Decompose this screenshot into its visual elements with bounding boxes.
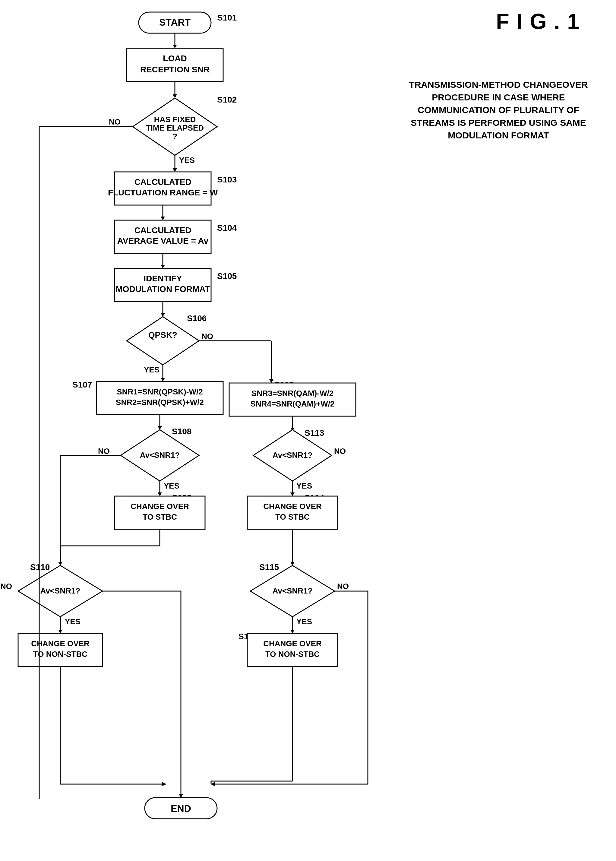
svg-marker-24 [161, 217, 165, 220]
svg-text:CHANGE OVER: CHANGE OVER [263, 639, 322, 648]
svg-text:Av<SNR1?: Av<SNR1? [41, 586, 80, 595]
svg-text:TO STBC: TO STBC [275, 512, 310, 522]
svg-text:YES: YES [296, 617, 312, 626]
svg-text:SNR3=SNR(QAM)-W/2: SNR3=SNR(QAM)-W/2 [251, 389, 333, 398]
svg-text:CALCULATED: CALCULATED [134, 226, 191, 235]
svg-marker-111 [290, 630, 295, 633]
svg-marker-56 [158, 426, 162, 430]
svg-text:S115: S115 [259, 562, 279, 572]
svg-text:S107: S107 [72, 380, 92, 389]
svg-text:NO: NO [98, 447, 110, 456]
svg-text:CHANGE OVER: CHANGE OVER [130, 502, 189, 511]
svg-text:S113: S113 [305, 428, 324, 438]
svg-text:HAS FIXED: HAS FIXED [154, 115, 196, 124]
svg-text:FLUCTUATION RANGE = W: FLUCTUATION RANGE = W [108, 188, 218, 197]
svg-text:TO STBC: TO STBC [143, 512, 177, 522]
svg-marker-70 [158, 492, 162, 496]
svg-text:END: END [171, 803, 191, 814]
svg-text:YES: YES [179, 156, 195, 165]
svg-marker-105 [58, 630, 63, 633]
svg-text:MODULATION FORMAT: MODULATION FORMAT [115, 284, 210, 294]
svg-text:SNR2=SNR(QPSK)+W/2: SNR2=SNR(QPSK)+W/2 [116, 398, 204, 407]
svg-text:S110: S110 [30, 562, 50, 572]
svg-text:SNR4=SNR(QAM)+W/2: SNR4=SNR(QAM)+W/2 [251, 399, 335, 409]
svg-text:S108: S108 [172, 427, 192, 436]
svg-marker-76 [290, 492, 295, 496]
svg-marker-117 [162, 782, 166, 786]
svg-text:S102: S102 [217, 95, 237, 104]
svg-marker-38 [127, 317, 199, 365]
svg-text:NO: NO [0, 582, 12, 591]
svg-text:START: START [159, 17, 191, 28]
svg-marker-18 [173, 168, 177, 172]
page: F I G . 1 TRANSMISSION-METHOD CHANGEOVER… [0, 0, 616, 861]
svg-text:TO NON-STBC: TO NON-STBC [266, 650, 320, 658]
svg-text:QPSK?: QPSK? [148, 330, 177, 339]
svg-text:NO: NO [334, 447, 346, 456]
svg-text:SNR1=SNR(QPSK)-W/2: SNR1=SNR(QPSK)-W/2 [117, 387, 203, 396]
svg-text:YES: YES [65, 617, 80, 626]
svg-text:S106: S106 [187, 314, 207, 323]
svg-text:YES: YES [144, 365, 160, 374]
svg-text:RECEPTION SNR: RECEPTION SNR [140, 65, 209, 74]
svg-text:Av<SNR1?: Av<SNR1? [273, 451, 313, 460]
svg-text:Av<SNR1?: Av<SNR1? [140, 451, 180, 460]
svg-text:CHANGE OVER: CHANGE OVER [263, 502, 322, 511]
svg-marker-30 [161, 265, 165, 269]
svg-text:YES: YES [296, 481, 312, 490]
svg-text:CALCULATED: CALCULATED [134, 178, 191, 187]
svg-text:NO: NO [337, 582, 349, 591]
svg-marker-93 [290, 562, 295, 566]
svg-text:NO: NO [109, 117, 121, 126]
svg-marker-50 [269, 379, 273, 383]
svg-marker-124 [179, 794, 183, 798]
svg-text:TIME ELAPSED: TIME ELAPSED [146, 123, 204, 132]
svg-text:S105: S105 [217, 272, 237, 281]
svg-text:?: ? [173, 132, 177, 141]
svg-marker-44 [161, 378, 165, 382]
svg-text:TO NON-STBC: TO NON-STBC [33, 650, 88, 658]
svg-text:CHANGE OVER: CHANGE OVER [31, 639, 90, 648]
svg-text:NO: NO [201, 332, 213, 341]
svg-marker-4 [173, 45, 177, 48]
svg-text:IDENTIFY: IDENTIFY [143, 274, 182, 283]
svg-text:S103: S103 [217, 175, 237, 184]
svg-text:S101: S101 [217, 13, 237, 22]
svg-text:AVERAGE VALUE = Av: AVERAGE VALUE = Av [117, 236, 209, 245]
svg-marker-102 [211, 782, 215, 786]
svg-text:S104: S104 [217, 223, 237, 233]
svg-text:LOAD: LOAD [163, 54, 187, 63]
flowchart-svg: START S101 LOAD RECEPTION SNR S102 HAS F… [0, 0, 616, 861]
svg-text:Av<SNR1?: Av<SNR1? [273, 586, 313, 595]
svg-text:YES: YES [164, 481, 179, 490]
